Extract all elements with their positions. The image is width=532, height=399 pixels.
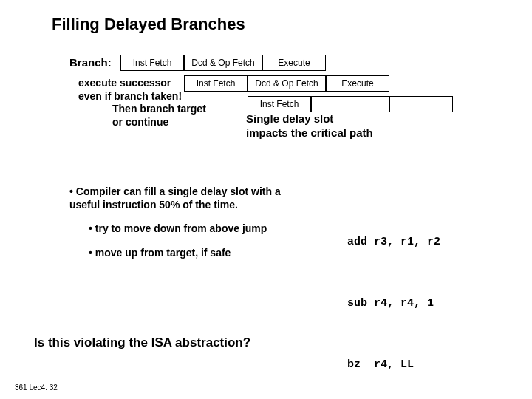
code-line-2: sub r4, r4, 1: [347, 293, 443, 314]
bullet-3: • move up from target, if safe: [89, 246, 306, 259]
stage-blank-r3b: [389, 96, 453, 112]
stage-if-r3: Inst Fetch: [248, 96, 311, 112]
bullet-list: • Compiler can fill a single delay slot …: [69, 185, 306, 259]
code-line-1: add r3, r1, r2: [347, 232, 443, 253]
slide-title: Filling Delayed Branches: [52, 15, 245, 34]
successor-l4: or continue: [78, 116, 168, 128]
stage-dcd-r2: Dcd & Op Fetch: [248, 75, 326, 92]
successor-l3: Then branch target: [78, 103, 206, 115]
stage-ex-r2: Execute: [326, 75, 389, 92]
stage-dcd-r1: Dcd & Op Fetch: [184, 55, 262, 71]
bullet-1: • Compiler can fill a single delay slot …: [69, 185, 306, 211]
successor-text: execute successor even if branch taken! …: [78, 77, 228, 129]
successor-l2: even if branch taken!: [78, 90, 182, 102]
stage-if-r1: Inst Fetch: [120, 55, 184, 71]
bullet-2: • try to move down from above jump: [89, 222, 306, 235]
code-line-3: bz r4, LL: [347, 355, 443, 375]
code-block: add r3, r1, r2 sub r4, r4, 1 bz r4, LL N…: [347, 191, 443, 399]
isa-question: Is this violating the ISA abstraction?: [34, 335, 250, 350]
sds-l2: impacts the critical path: [246, 126, 373, 139]
slide-footer: 361 Lec4. 32: [15, 383, 58, 392]
stage-ex-r1: Execute: [262, 55, 326, 71]
sds-l1: Single delay slot: [246, 112, 333, 125]
single-delay-text: Single delay slot impacts the critical p…: [246, 112, 373, 140]
successor-l1: execute successor: [78, 77, 171, 89]
branch-label: Branch:: [69, 56, 112, 69]
stage-blank-r3a: [311, 96, 389, 112]
